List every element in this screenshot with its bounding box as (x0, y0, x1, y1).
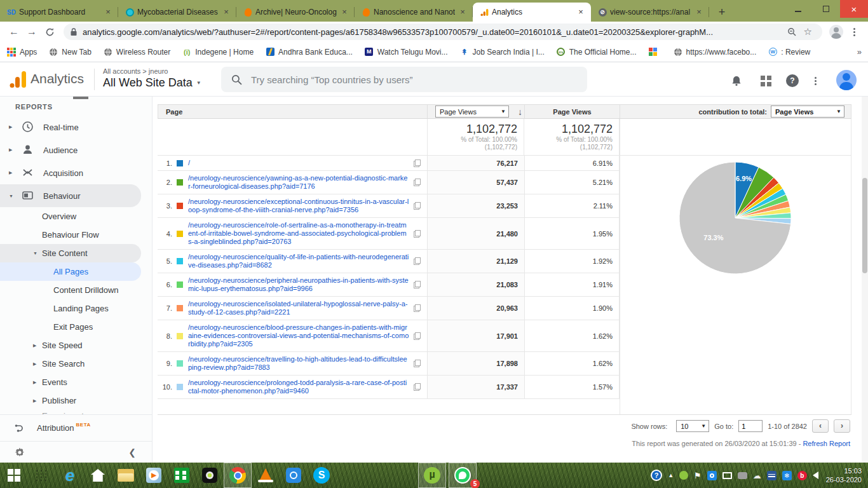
tray-onedrive-blue-icon[interactable] (707, 471, 717, 480)
next-page-button[interactable]: › (834, 419, 850, 433)
minimize-button[interactable] (784, 0, 812, 18)
taskbar-clock[interactable]: 15:03 26-03-2020 (824, 466, 868, 484)
browser-tab[interactable]: SDSupport Dashboard× (0, 3, 118, 22)
tray-cloud-icon[interactable]: ☁ (753, 471, 761, 480)
page-link[interactable]: /neurology-neuroscience/prolonged-todd-p… (188, 379, 410, 395)
browser-tab[interactable]: Mycobacterial Diseases F× (118, 3, 236, 22)
browser-profile-avatar[interactable] (827, 23, 845, 41)
taskbar-shareit-button[interactable] (280, 463, 308, 488)
back-button[interactable]: ← (5, 23, 23, 41)
bookmark-item[interactable]: New Tab (48, 47, 91, 57)
taskbar-home-button[interactable] (84, 463, 112, 488)
page-link[interactable]: /neurology-neuroscience/isolated-unilate… (188, 300, 410, 316)
contribution-metric-select[interactable]: Page Views▼ (771, 105, 844, 118)
bookmark-item[interactable]: Apps (6, 47, 37, 57)
property-selector[interactable]: All Web Site Data ▼ (103, 76, 201, 90)
taskbar-start-button[interactable] (0, 463, 28, 488)
page-link[interactable]: / (188, 159, 410, 167)
tab-close-icon[interactable]: × (221, 7, 231, 17)
open-in-new-icon[interactable] (414, 304, 421, 312)
sort-descending-icon[interactable]: ↓ (518, 107, 522, 117)
tray-drive-icon[interactable] (738, 472, 747, 479)
tray-flag-icon[interactable]: ⚑ (694, 471, 702, 480)
page-link[interactable]: /neurology-neuroscience/peripheral-neuro… (188, 276, 410, 293)
refresh-report-link[interactable]: Refresh Report (803, 440, 850, 447)
taskbar-internet-explorer-button[interactable]: e (56, 463, 84, 488)
sidebar-item-behaviour[interactable]: ▼Behaviour (0, 184, 141, 207)
page-link[interactable]: /neurology-neuroscience/blood-pressure-c… (188, 323, 410, 348)
close-button[interactable]: × (840, 0, 868, 18)
bookmark-item[interactable]: Wireless Router (103, 47, 170, 57)
tray-pc-icon[interactable] (722, 472, 732, 479)
sidebar-item-attribution[interactable]: Attribution BETA (0, 414, 153, 441)
open-in-new-icon[interactable] (414, 360, 421, 367)
open-in-new-icon[interactable] (414, 230, 421, 238)
sidebar-item-acquisition[interactable]: ▶Acquisition (0, 161, 153, 184)
sidebar-item-overview[interactable]: Overview (0, 207, 153, 226)
tab-close-icon[interactable]: × (103, 7, 113, 17)
taskbar-chrome-button[interactable] (224, 463, 252, 488)
open-in-new-icon[interactable] (414, 383, 421, 391)
bookmark-item[interactable] (648, 47, 661, 57)
zoom-page-icon[interactable] (787, 27, 796, 36)
apps-grid-icon[interactable] (759, 74, 773, 88)
refresh-button[interactable] (41, 23, 58, 41)
open-in-new-icon[interactable] (414, 179, 421, 186)
sidebar-item-site-content[interactable]: ▼Site Content (0, 244, 141, 262)
sidebar-item-real-time[interactable]: ▶Real-time (0, 116, 153, 139)
sidebar-item-content-drilldown[interactable]: Content Drilldown (0, 281, 153, 299)
page-link[interactable]: /neurology-neuroscience/quality-of-life-… (188, 253, 410, 269)
taskbar-media-player-button[interactable]: ▶ (140, 463, 168, 488)
forward-button[interactable]: → (23, 23, 41, 41)
account-breadcrumb[interactable]: All accounts > jneuro (103, 67, 168, 75)
prev-page-button[interactable]: ‹ (812, 419, 829, 433)
admin-gear-icon[interactable] (14, 447, 25, 458)
page-scrollbar[interactable] (862, 97, 868, 463)
maximize-button[interactable] (812, 0, 840, 18)
open-in-new-icon[interactable] (414, 159, 421, 167)
help-icon[interactable]: ? (785, 74, 799, 88)
sidebar-item-landing-pages[interactable]: Landing Pages (0, 299, 153, 318)
open-in-new-icon[interactable] (414, 202, 421, 210)
sidebar-item-exit-pages[interactable]: Exit Pages (0, 318, 153, 336)
taskbar-skype-button[interactable]: S (308, 463, 336, 488)
page-link[interactable]: /neurology-neuroscience/exceptional-cont… (188, 198, 410, 214)
sidebar-item-site-speed[interactable]: ▶Site Speed (0, 336, 153, 355)
sidebar-item-all-pages[interactable]: All Pages (0, 262, 141, 281)
tray-freeze-blue-icon[interactable]: ❄ (782, 471, 792, 480)
contribution-pie-chart[interactable]: 6.9%73.3% (668, 151, 802, 285)
bookmark-item[interactable]: ↟Job Search India | I... (459, 47, 545, 57)
collapse-sidebar-icon[interactable]: ❮ (128, 447, 136, 458)
open-in-new-icon[interactable] (414, 281, 421, 288)
tray-doc-blue-icon[interactable] (767, 471, 776, 480)
open-in-new-icon[interactable] (414, 332, 421, 340)
browser-menu-button[interactable] (845, 23, 863, 41)
page-link[interactable]: /neurology-neuroscience/role-of-sertrali… (188, 221, 410, 246)
analytics-search[interactable]: Try searching “Top countries by users” (221, 67, 587, 92)
bookmarks-overflow-chevron[interactable]: » (857, 47, 862, 57)
tray-utorrent-mini-icon[interactable] (679, 471, 688, 480)
browser-tab[interactable]: ⊘view-source:https://anal× (591, 3, 709, 22)
taskbar-file-explorer-button[interactable] (112, 463, 140, 488)
browser-tab[interactable]: Archive| Neuro-Oncolog× (236, 3, 355, 22)
tab-close-icon[interactable]: × (458, 7, 468, 17)
taskbar-utorrent-button[interactable]: µ (418, 463, 446, 488)
browser-tab-active[interactable]: Analytics× (473, 3, 591, 22)
bookmark-star-icon[interactable]: ☆ (804, 26, 812, 37)
taskbar-vlc-button[interactable] (252, 463, 280, 488)
new-tab-button[interactable]: + (713, 4, 731, 22)
taskbar-dots-grid-button[interactable] (28, 463, 56, 488)
goto-page-input[interactable] (738, 420, 763, 432)
user-avatar[interactable] (836, 70, 857, 90)
taskbar-camera-button[interactable] (196, 463, 224, 488)
page-link[interactable]: /neurology-neuroscience/travelling-to-hi… (188, 355, 410, 372)
tray-chevron-up-icon[interactable]: ▲ (668, 472, 674, 478)
bookmark-item[interactable]: W: Review (768, 47, 810, 57)
column-header-page[interactable]: Page (158, 104, 427, 119)
open-in-new-icon[interactable] (414, 257, 421, 265)
sidebar-item-behaviour-flow[interactable]: Behaviour Flow (0, 226, 153, 244)
tray-volume-icon[interactable] (813, 471, 818, 479)
sidebar-item-audience[interactable]: ▶Audience (0, 139, 153, 161)
tab-close-icon[interactable]: × (339, 7, 349, 17)
bookmark-item[interactable]: https://www.facebo... (673, 47, 757, 57)
